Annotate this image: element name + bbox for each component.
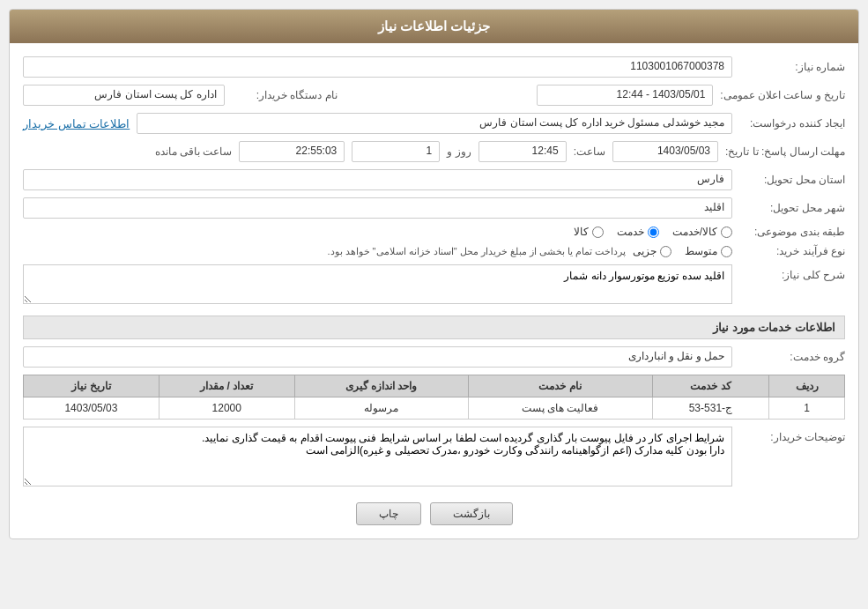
category-radio-kala-khadamat[interactable] — [721, 227, 732, 238]
purchase-type-motavas[interactable]: متوسط — [685, 245, 732, 257]
city-value: اقلید — [23, 197, 732, 219]
page-wrapper: جزئیات اطلاعات نیاز شماره نیاز: 11030010… — [0, 0, 868, 548]
purchase-type-label: نوع فرآیند خرید: — [739, 245, 845, 257]
panel-title: جزئیات اطلاعات نیاز — [378, 19, 490, 33]
category-label: طبقه بندی موضوعی: — [739, 226, 845, 238]
purchase-type-radio-jozii[interactable] — [660, 246, 671, 257]
back-button[interactable]: بازگشت — [430, 502, 513, 525]
purchase-type-row: نوع فرآیند خرید: متوسط جزیی پرداخت تمام … — [23, 245, 845, 257]
creator-label: ایجاد کننده درخواست: — [739, 117, 845, 130]
province-label: استان محل تحویل: — [739, 174, 845, 186]
category-radio-khadamat[interactable] — [648, 227, 659, 238]
col-name: نام خدمت — [468, 375, 652, 397]
purchase-type-radio-group: متوسط جزیی — [633, 245, 732, 257]
button-group: بازگشت چاپ — [23, 502, 845, 525]
buyer-org-value: اداره کل پست استان فارس — [23, 85, 225, 106]
services-table: ردیف کد خدمت نام خدمت واحد اندازه گیری ت… — [23, 375, 845, 420]
deadline-row: مهلت ارسال پاسخ: تا تاریخ: 1403/05/03 سا… — [23, 141, 845, 162]
services-section-title: اطلاعات خدمات مورد نیاز — [23, 316, 845, 339]
buyer-description-container: شرایط اجرای کار در فایل پیوست بار گذاری … — [23, 427, 732, 489]
deadline-date: 1403/05/03 — [612, 141, 718, 162]
need-number-row: شماره نیاز: 1103001067000378 — [23, 56, 845, 78]
province-value: فارس — [23, 169, 732, 190]
category-radio-kala[interactable] — [592, 227, 604, 238]
city-row: شهر محل تحویل: اقلید — [23, 197, 845, 219]
buyer-org-label: نام دستگاه خریدار: — [232, 89, 338, 101]
announce-date-value: 1403/05/01 - 12:44 — [537, 85, 713, 106]
category-radio-group: کالا/خدمت خدمت کالا — [574, 226, 732, 238]
print-button[interactable]: چاپ — [356, 502, 421, 525]
panel-header: جزئیات اطلاعات نیاز — [10, 10, 858, 43]
category-label-kala: کالا — [574, 226, 589, 238]
deadline-days: 1 — [352, 141, 440, 162]
col-row: ردیف — [769, 375, 845, 397]
cell-code: ج-531-53 — [652, 397, 769, 420]
buyer-description-row: توضیحات خریدار: شرایط اجرای کار در فایل … — [23, 427, 845, 489]
col-code: کد خدمت — [652, 375, 769, 397]
purchase-type-radio-motavas[interactable] — [721, 246, 732, 257]
province-row: استان محل تحویل: فارس — [23, 169, 845, 190]
deadline-time-label: ساعت: — [574, 145, 605, 158]
deadline-label: مهلت ارسال پاسخ: تا تاریخ: — [725, 145, 845, 158]
summary-container: اقلید سده توزیع موتورسوار دانه شمار — [23, 264, 732, 307]
category-label-khadamat: خدمت — [617, 226, 644, 238]
col-unit: واحد اندازه گیری — [294, 375, 468, 397]
cell-date: 1403/05/03 — [24, 397, 160, 420]
table-row: 1 ج-531-53 فعالیت های پست مرسوله 12000 1… — [24, 397, 845, 420]
service-group-row: گروه خدمت: حمل و نقل و انبارداری — [23, 346, 845, 368]
category-option-khadamat[interactable]: خدمت — [617, 226, 659, 238]
cell-row: 1 — [769, 397, 845, 420]
cell-quantity: 12000 — [159, 397, 294, 420]
category-row: طبقه بندی موضوعی: کالا/خدمت خدمت کالا — [23, 226, 845, 238]
summary-textarea[interactable]: اقلید سده توزیع موتورسوار دانه شمار — [23, 264, 732, 304]
need-number-label: شماره نیاز: — [739, 61, 845, 73]
cell-unit: مرسوله — [294, 397, 468, 420]
city-label: شهر محل تحویل: — [739, 202, 845, 214]
service-group-label: گروه خدمت: — [739, 351, 845, 363]
creator-row: ایجاد کننده درخواست: مجید خوشدلی مسئول خ… — [23, 113, 845, 134]
announce-date-label: تاریخ و ساعت اعلان عمومی: — [720, 89, 845, 101]
deadline-days-label: روز و — [447, 145, 471, 158]
panel-body: شماره نیاز: 1103001067000378 تاریخ و ساع… — [10, 43, 858, 538]
deadline-remaining: 22:55:03 — [239, 141, 345, 162]
purchase-type-jozii[interactable]: جزیی — [633, 245, 671, 257]
category-option-kala-khadamat[interactable]: کالا/خدمت — [672, 226, 732, 238]
purchase-type-label-motavas: متوسط — [685, 245, 717, 257]
contact-info-link[interactable]: اطلاعات تماس خریدار — [23, 117, 130, 130]
col-date: تاریخ نیاز — [24, 375, 160, 397]
category-label-kala-khadamat: کالا/خدمت — [672, 226, 717, 238]
cell-name: فعالیت های پست — [468, 397, 652, 420]
deadline-time: 12:45 — [479, 141, 567, 162]
deadline-remaining-label: ساعت باقی مانده — [155, 145, 233, 158]
summary-label: شرح کلی نیاز: — [739, 269, 845, 281]
service-group-value: حمل و نقل و انبارداری — [23, 346, 732, 368]
buyer-org-row: تاریخ و ساعت اعلان عمومی: 1403/05/01 - 1… — [23, 85, 845, 106]
buyer-description-textarea[interactable]: شرایط اجرای کار در فایل پیوست بار گذاری … — [23, 427, 732, 486]
buyer-description-label: توضیحات خریدار: — [739, 431, 845, 443]
creator-value: مجید خوشدلی مسئول خرید اداره کل پست استا… — [137, 113, 732, 134]
main-panel: جزئیات اطلاعات نیاز شماره نیاز: 11030010… — [9, 9, 859, 539]
purchase-type-label-jozii: جزیی — [633, 245, 657, 257]
need-number-value: 1103001067000378 — [23, 56, 732, 78]
summary-row: شرح کلی نیاز: اقلید سده توزیع موتورسوار … — [23, 264, 845, 307]
col-quantity: تعداد / مقدار — [159, 375, 294, 397]
category-option-kala[interactable]: کالا — [574, 226, 604, 238]
purchase-type-note: پرداخت تمام یا بخشی از مبلغ خریدار محل "… — [327, 246, 626, 257]
